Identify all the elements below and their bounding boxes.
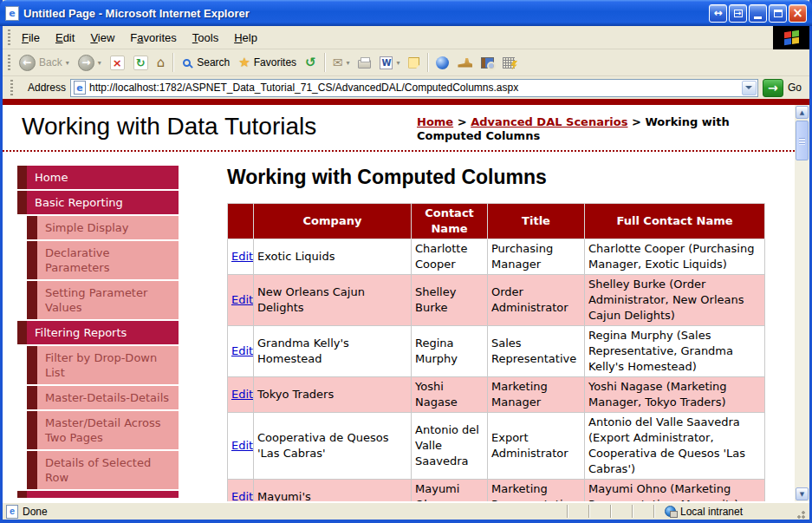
- back-dropdown-icon[interactable]: ▾: [66, 59, 69, 67]
- scrollbar-thumb[interactable]: [796, 121, 809, 160]
- edit-cell: Edit: [228, 480, 254, 502]
- table-row: EditGrandma Kelly's HomesteadRegina Murp…: [228, 326, 765, 377]
- back-button[interactable]: ← Back ▾: [16, 53, 73, 73]
- switch-arrows-icon: ↔: [713, 8, 722, 18]
- address-dropdown-button[interactable]: [742, 81, 757, 95]
- edit-link[interactable]: Edit: [231, 439, 253, 452]
- address-url[interactable]: http://localhost:1782/ASPNET_Data_Tutori…: [89, 82, 738, 94]
- scroll-down-button[interactable]: ▼: [796, 487, 809, 500]
- title-cell: Marketing Manager: [488, 377, 585, 413]
- column-header-company: Company: [254, 204, 412, 239]
- title-cell: Marketing Representative: [488, 480, 585, 502]
- edit-with-word-button[interactable]: W ▾: [376, 55, 403, 71]
- switch-view-button[interactable]: ↔: [709, 4, 727, 23]
- maximize-button[interactable]: [769, 4, 787, 23]
- chevron-down-icon: [745, 86, 752, 89]
- menu-item-file[interactable]: File: [14, 28, 48, 48]
- home-button[interactable]: ⌂: [153, 53, 169, 72]
- status-separator: [610, 505, 611, 518]
- mail-dropdown-icon[interactable]: ▾: [346, 59, 349, 67]
- menubar-grip[interactable]: [8, 29, 10, 45]
- edit-link[interactable]: Edit: [231, 250, 253, 263]
- edit-link[interactable]: Edit: [231, 344, 253, 357]
- full-contact-name-cell: Regina Murphy (Sales Representative, Gra…: [585, 326, 765, 377]
- close-button[interactable]: ×: [789, 4, 807, 23]
- breadcrumb-advanced-dal-scenarios[interactable]: Advanced DAL Scenarios: [471, 115, 627, 128]
- full-contact-name-cell: Charlotte Cooper (Purchasing Manager, Ex…: [585, 239, 765, 275]
- company-cell: Tokyo Traders: [254, 377, 412, 413]
- toolbar-separator: [172, 53, 173, 72]
- refresh-icon: ↻: [133, 56, 148, 70]
- edit-link[interactable]: Edit: [231, 293, 253, 306]
- history-icon: ↺: [305, 55, 316, 70]
- sidebar-item-basic-reporting[interactable]: Basic Reporting: [17, 191, 179, 214]
- menu-item-help[interactable]: Help: [226, 28, 265, 48]
- custom-tool-button-2[interactable]: [499, 56, 518, 70]
- stop-button[interactable]: ×: [107, 54, 128, 72]
- close-icon: ×: [792, 7, 803, 20]
- sidebar-item-details-of-selected-row[interactable]: Details of Selected Row: [27, 451, 179, 489]
- company-cell: Grandma Kelly's Homestead: [254, 326, 412, 377]
- company-cell: New Orleans Cajun Delights: [254, 275, 412, 326]
- full-contact-name-cell: Mayumi Ohno (Marketing Representative, M…: [585, 480, 765, 502]
- breadcrumb: Home > Advanced DAL Scenarios > Working …: [417, 113, 765, 147]
- status-text: Done: [23, 506, 48, 518]
- status-bar: e Done Local intranet: [3, 501, 809, 523]
- menu-item-edit[interactable]: Edit: [48, 28, 82, 48]
- forward-button[interactable]: → ▾: [75, 53, 105, 73]
- messenger-button[interactable]: [432, 55, 452, 71]
- breadcrumb-separator: >: [453, 115, 471, 128]
- minimize-button[interactable]: [749, 4, 767, 23]
- print-button[interactable]: [354, 55, 374, 70]
- full-contact-name-cell: Shelley Burke (Order Administrator, New …: [585, 275, 765, 326]
- resize-grip[interactable]: [795, 508, 806, 520]
- status-page-icon: e: [6, 505, 18, 519]
- go-label[interactable]: Go: [788, 82, 805, 94]
- sidebar-item-filter-by-drop-down-list[interactable]: Filter by Drop-Down List: [27, 346, 179, 384]
- edit-link[interactable]: Edit: [231, 388, 253, 401]
- back-icon: ←: [19, 55, 36, 71]
- zone-label: Local intranet: [680, 506, 743, 518]
- refresh-button[interactable]: ↻: [130, 54, 152, 72]
- research-button[interactable]: [477, 56, 497, 70]
- sidebar-item-home[interactable]: Home: [17, 166, 179, 189]
- favorites-star-icon: ★: [238, 55, 250, 70]
- sidebar-item-setting-parameter-values[interactable]: Setting Parameter Values: [27, 281, 179, 319]
- history-button[interactable]: ↺: [302, 53, 320, 72]
- security-zone: Local intranet: [665, 506, 795, 518]
- title-bar[interactable]: e Untitled Page - Microsoft Internet Exp…: [0, 0, 812, 26]
- search-button[interactable]: Search: [178, 55, 233, 70]
- address-input[interactable]: e http://localhost:1782/ASPNET_Data_Tuto…: [70, 79, 758, 97]
- scroll-up-button[interactable]: ▲: [796, 106, 809, 119]
- toolbar-grip[interactable]: [8, 55, 10, 70]
- sidebar-item-simple-display[interactable]: Simple Display: [27, 216, 179, 239]
- forward-dropdown-icon[interactable]: ▾: [98, 59, 101, 67]
- discuss-button[interactable]: [405, 56, 423, 70]
- messenger-sphere-icon: [436, 56, 449, 69]
- sidebar-item-declarative-parameters[interactable]: Declarative Parameters: [27, 241, 179, 279]
- page-viewport: Working with Data Tutorials Home > Advan…: [3, 105, 809, 501]
- menu-item-tools[interactable]: Tools: [185, 28, 226, 48]
- ie-page-icon: e: [5, 6, 19, 21]
- menu-item-view[interactable]: View: [82, 28, 122, 48]
- breadcrumb-home[interactable]: Home: [417, 115, 453, 128]
- edit-link[interactable]: Edit: [231, 490, 253, 501]
- sidebar-item-master-details-details[interactable]: Master-Details-Details: [27, 386, 179, 409]
- custom-tool-button-1[interactable]: [454, 56, 476, 69]
- mail-icon: ✉: [333, 56, 343, 69]
- contact-name-cell: Charlotte Cooper: [412, 239, 488, 275]
- title-cell: Purchasing Manager: [488, 239, 585, 275]
- sidebar-item-cutoff[interactable]: [17, 491, 179, 498]
- sidebar-item-master-detail-across-two-pages[interactable]: Master/Detail Across Two Pages: [27, 411, 179, 449]
- favorites-button[interactable]: ★ Favorites: [235, 53, 300, 72]
- pop-out-button[interactable]: →: [729, 4, 747, 23]
- sidebar-item-filtering-reports[interactable]: Filtering Reports: [17, 321, 179, 344]
- go-button[interactable]: →: [763, 79, 783, 97]
- menu-item-favorites[interactable]: Favorites: [122, 28, 184, 48]
- browser-window: e Untitled Page - Microsoft Internet Exp…: [0, 0, 812, 523]
- edit-dropdown-icon[interactable]: ▾: [396, 59, 400, 67]
- sidebar-item-label: Master/Detail Across Two Pages: [37, 411, 179, 449]
- addressbar-grip[interactable]: [10, 80, 13, 95]
- mail-button[interactable]: ✉ ▾: [329, 54, 354, 71]
- vertical-scrollbar[interactable]: ▲ ▼: [795, 105, 809, 501]
